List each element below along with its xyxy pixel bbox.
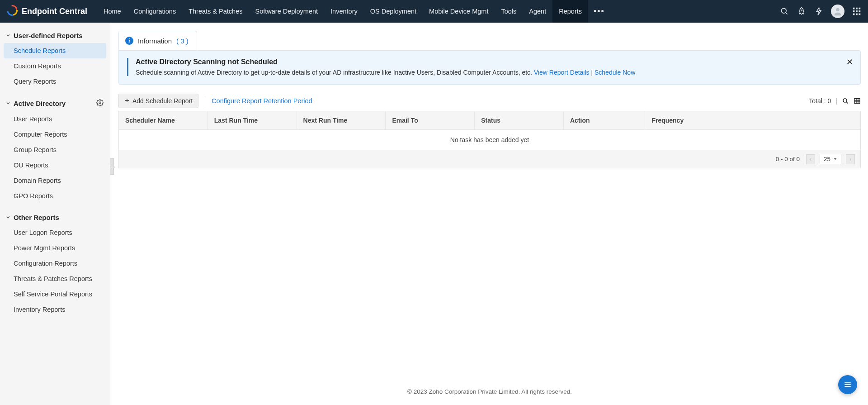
th-frequency[interactable]: Frequency	[645, 111, 860, 129]
sidebar-item-user-logon[interactable]: User Logon Reports	[0, 225, 110, 240]
information-tab[interactable]: i Information ( 3 )	[118, 31, 197, 50]
nav-more-button[interactable]: •••	[588, 0, 610, 23]
nav-item-tools[interactable]: Tools	[495, 0, 523, 23]
svg-marker-23	[834, 158, 836, 160]
sidebar-item-gpo-reports[interactable]: GPO Reports	[0, 188, 110, 204]
th-action[interactable]: Action	[564, 111, 645, 129]
alert-link-schedule-now[interactable]: Schedule Now	[594, 69, 635, 76]
svg-point-0	[781, 8, 786, 13]
sidebar-header-active-directory[interactable]: Active Directory	[0, 95, 110, 111]
pager-next-button[interactable]: ›	[846, 154, 855, 164]
sidebar-item-query-reports[interactable]: Query Reports	[0, 74, 110, 89]
nav-item-agent[interactable]: Agent	[523, 0, 552, 23]
sidebar-item-power-mgmt[interactable]: Power Mgmt Reports	[0, 240, 110, 256]
th-scheduler-name[interactable]: Scheduler Name	[119, 111, 208, 129]
table-footer: 0 - 0 of 0 ‹ 25 ›	[119, 150, 860, 168]
nav-item-configurations[interactable]: Configurations	[127, 0, 183, 23]
svg-rect-4	[853, 8, 855, 10]
table-empty-message: No task has been added yet	[119, 129, 860, 150]
nav-item-reports[interactable]: Reports	[552, 0, 588, 23]
alert-box: Active Directory Scanning not Scheduled …	[118, 50, 861, 85]
search-icon[interactable]	[779, 6, 789, 16]
add-schedule-report-label: Add Schedule Report	[132, 97, 193, 105]
information-tab-label: Information	[138, 37, 172, 45]
nav-item-mobile-device-mgmt[interactable]: Mobile Device Mgmt	[423, 0, 495, 23]
info-icon: i	[125, 37, 133, 45]
svg-rect-10	[853, 14, 855, 15]
sidebar-item-custom-reports[interactable]: Custom Reports	[0, 58, 110, 74]
lightning-icon[interactable]	[814, 6, 824, 16]
alert-title: Active Directory Scanning not Scheduled	[136, 58, 852, 66]
nav-item-software-deployment[interactable]: Software Deployment	[249, 0, 324, 23]
th-email-to[interactable]: Email To	[386, 111, 475, 129]
nav-items: Home Configurations Threats & Patches So…	[97, 0, 779, 23]
nav-item-threats-patches[interactable]: Threats & Patches	[182, 0, 249, 23]
sidebar-header-user-defined[interactable]: User-defined Reports	[0, 27, 110, 43]
columns-icon[interactable]	[854, 97, 861, 105]
alert-link-view-details[interactable]: View Report Details	[534, 69, 590, 76]
chevron-down-icon	[5, 100, 11, 107]
page-footer: © 2023 Zoho Corporation Private Limited.…	[118, 380, 861, 405]
toolbar: Add Schedule Report Configure Report Ret…	[118, 94, 861, 108]
rocket-icon[interactable]	[797, 6, 807, 16]
configure-retention-link[interactable]: Configure Report Retention Period	[212, 97, 312, 105]
svg-rect-6	[859, 8, 861, 10]
sidebar-item-threats-patches-reports[interactable]: Threats & Patches Reports	[0, 271, 110, 286]
svg-rect-9	[859, 10, 861, 12]
sidebar-item-schedule-reports[interactable]: Schedule Reports	[4, 43, 106, 58]
pager-prev-button[interactable]: ‹	[806, 154, 815, 164]
th-status[interactable]: Status	[475, 111, 564, 129]
help-fab-button[interactable]	[838, 375, 857, 394]
sidebar-header-label: User-defined Reports	[14, 32, 83, 39]
sidebar-item-domain-reports[interactable]: Domain Reports	[0, 173, 110, 188]
app-name: Endpoint Central	[22, 7, 87, 16]
svg-rect-8	[856, 10, 858, 12]
th-next-run[interactable]: Next Run Time	[297, 111, 386, 129]
main-content: i Information ( 3 ) Active Directory Sca…	[110, 23, 868, 405]
sidebar-item-configuration-reports[interactable]: Configuration Reports	[0, 256, 110, 271]
nav-item-os-deployment[interactable]: OS Deployment	[364, 0, 423, 23]
sidebar-item-computer-reports[interactable]: Computer Reports	[0, 127, 110, 142]
nav-item-inventory[interactable]: Inventory	[324, 0, 364, 23]
svg-point-13	[99, 102, 101, 104]
apps-grid-icon[interactable]	[852, 6, 862, 16]
alert-description: Schedule scanning of Active Directory to…	[136, 69, 852, 76]
total-count-label: Total : 0	[809, 97, 831, 105]
svg-rect-12	[859, 14, 861, 15]
sidebar-item-inventory-reports[interactable]: Inventory Reports	[0, 302, 110, 317]
alert-sep: |	[590, 69, 594, 76]
nav-item-home[interactable]: Home	[97, 0, 127, 23]
gear-icon[interactable]	[96, 99, 104, 108]
search-icon[interactable]	[842, 97, 849, 105]
alert-desc-text: Schedule scanning of Active Directory to…	[136, 69, 534, 76]
app-logo[interactable]: Endpoint Central	[6, 5, 87, 19]
svg-line-1	[786, 13, 788, 14]
chevron-down-icon	[5, 32, 11, 39]
sidebar-section-user-defined: User-defined Reports Schedule Reports Cu…	[0, 27, 110, 89]
separator	[205, 96, 205, 106]
close-icon[interactable]: ✕	[846, 57, 853, 67]
table-header: Scheduler Name Last Run Time Next Run Ti…	[119, 111, 860, 129]
svg-rect-11	[856, 14, 858, 15]
sidebar-item-group-reports[interactable]: Group Reports	[0, 142, 110, 157]
sidebar-collapse-handle[interactable]: ⋮⋮	[110, 158, 114, 175]
plus-icon	[124, 97, 130, 105]
sidebar-item-self-service-portal[interactable]: Self Service Portal Reports	[0, 286, 110, 302]
sidebar-section-other-reports: Other Reports User Logon Reports Power M…	[0, 209, 110, 317]
pager-range: 0 - 0 of 0	[776, 156, 800, 162]
top-nav: Endpoint Central Home Configurations Thr…	[0, 0, 868, 23]
svg-rect-18	[854, 99, 860, 104]
svg-point-16	[843, 99, 847, 102]
add-schedule-report-button[interactable]: Add Schedule Report	[118, 94, 198, 108]
svg-line-17	[846, 102, 848, 103]
schedule-reports-table: Scheduler Name Last Run Time Next Run Ti…	[118, 111, 861, 168]
sidebar-header-other-reports[interactable]: Other Reports	[0, 209, 110, 225]
th-last-run[interactable]: Last Run Time	[208, 111, 297, 129]
svg-point-2	[801, 10, 802, 11]
sidebar-item-user-reports[interactable]: User Reports	[0, 111, 110, 127]
page-size-select[interactable]: 25	[820, 154, 841, 164]
avatar[interactable]	[831, 5, 844, 18]
page-size-value: 25	[824, 156, 830, 162]
sidebar-item-ou-reports[interactable]: OU Reports	[0, 157, 110, 173]
app-logo-icon	[6, 5, 18, 19]
